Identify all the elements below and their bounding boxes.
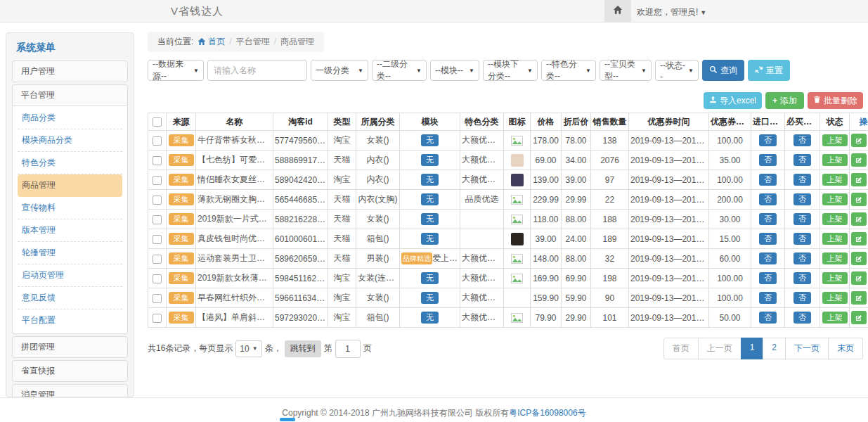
status-badge[interactable]: 上架 xyxy=(822,213,848,225)
must-buy-badge[interactable]: 否 xyxy=(793,312,811,324)
must-buy-badge[interactable]: 否 xyxy=(793,174,811,186)
icp-link[interactable]: 粤ICP备16098006号 xyxy=(509,408,585,418)
sidebar-group-0[interactable]: 用户管理 xyxy=(12,60,128,82)
module-select[interactable]: --模块--▼ xyxy=(430,60,479,81)
import-select-badge[interactable]: 否 xyxy=(759,252,777,264)
import-select-badge[interactable]: 否 xyxy=(759,233,777,245)
import-select-badge[interactable]: 否 xyxy=(759,193,777,205)
must-buy-badge[interactable]: 否 xyxy=(793,213,811,225)
status-badge[interactable]: 上架 xyxy=(822,233,848,245)
pager-button-5[interactable]: 末页 xyxy=(828,338,863,359)
sidebar-subitem-3[interactable]: 商品管理 xyxy=(18,174,122,197)
must-buy-badge[interactable]: 否 xyxy=(793,154,811,166)
status-badge[interactable]: 上架 xyxy=(822,292,848,304)
import-select-badge[interactable]: 否 xyxy=(759,134,777,146)
status-badge[interactable]: 上架 xyxy=(822,272,848,284)
page-number-input[interactable] xyxy=(335,340,361,358)
status-badge[interactable]: 上架 xyxy=(822,174,848,186)
pager-button-3[interactable]: 2 xyxy=(763,338,786,359)
sidebar-subitem-7[interactable]: 启动页管理 xyxy=(18,264,122,287)
pager-button-1[interactable]: 上一页 xyxy=(698,338,741,359)
status-badge[interactable]: 上架 xyxy=(822,154,848,166)
icon-cell xyxy=(504,131,531,151)
add-button[interactable]: + 添加 xyxy=(765,92,804,109)
import-select-badge[interactable]: 否 xyxy=(759,292,777,304)
sidebar-subitem-8[interactable]: 意见反馈 xyxy=(18,287,122,309)
edit-button[interactable] xyxy=(851,271,867,285)
must-buy-badge[interactable]: 否 xyxy=(793,233,811,245)
status-badge[interactable]: 上架 xyxy=(822,134,848,146)
sidebar-group-4[interactable]: 消息管理 xyxy=(12,384,128,397)
import-select-badge[interactable]: 否 xyxy=(759,272,777,284)
row-checkbox[interactable] xyxy=(153,196,162,205)
query-button[interactable]: 查询 xyxy=(702,60,744,81)
edit-button[interactable] xyxy=(851,212,867,226)
module-subcategory-select[interactable]: --模块下分类--▼ xyxy=(483,60,538,81)
sidebar-subitem-9[interactable]: 平台配置 xyxy=(18,309,122,331)
status-badge[interactable]: 上架 xyxy=(822,312,848,324)
category-cell: 内衣() xyxy=(356,170,400,190)
edit-button[interactable] xyxy=(851,193,867,206)
page-size-select[interactable]: 10▼ xyxy=(235,340,261,357)
status-badge[interactable]: 上架 xyxy=(822,193,848,205)
user-menu[interactable]: 欢迎您，管理员!▼ xyxy=(637,6,706,18)
jump-to-button[interactable]: 跳转到 xyxy=(285,340,321,357)
sidebar-subitem-0[interactable]: 商品分类 xyxy=(18,107,122,129)
data-source-select[interactable]: --数据来源--▼ xyxy=(148,60,204,81)
row-checkbox[interactable] xyxy=(153,294,162,303)
feature-category-select[interactable]: --特色分类--▼ xyxy=(541,60,596,81)
row-select-cell xyxy=(148,288,167,308)
sidebar-group-2[interactable]: 拼团管理 xyxy=(12,336,128,358)
sales-cell: 2076 xyxy=(591,151,629,170)
sidebar-subitem-4[interactable]: 宣传物料 xyxy=(18,197,122,219)
row-checkbox[interactable] xyxy=(153,136,162,146)
row-checkbox[interactable] xyxy=(153,255,162,264)
row-checkbox[interactable] xyxy=(153,314,162,323)
sidebar-group-1[interactable]: 平台管理 xyxy=(12,84,128,106)
status-badge[interactable]: 上架 xyxy=(822,252,848,264)
item-type-select[interactable]: --宝贝类型--▼ xyxy=(600,60,652,81)
status-select[interactable]: --状态--▼ xyxy=(655,60,699,81)
name-search-input[interactable] xyxy=(207,60,307,81)
row-checkbox[interactable] xyxy=(153,274,162,283)
breadcrumb-home-link[interactable]: 首页 xyxy=(208,37,225,46)
import-select-cell: 否 xyxy=(751,210,785,229)
row-checkbox[interactable] xyxy=(153,176,162,185)
import-select-badge[interactable]: 否 xyxy=(759,174,777,186)
sidebar-subitem-6[interactable]: 轮播管理 xyxy=(18,242,122,264)
level2-category-select[interactable]: --二级分类--▼ xyxy=(372,60,427,81)
must-buy-badge[interactable]: 否 xyxy=(793,272,811,284)
edit-button[interactable] xyxy=(851,252,867,265)
batch-delete-button[interactable]: 批量删除 xyxy=(808,92,863,109)
edit-button[interactable] xyxy=(851,311,867,324)
sidebar-subitem-2[interactable]: 特色分类 xyxy=(18,152,122,174)
must-buy-badge[interactable]: 否 xyxy=(793,252,811,264)
import-select-badge[interactable]: 否 xyxy=(759,312,777,324)
select-all-checkbox[interactable] xyxy=(153,117,162,127)
sidebar-group-3[interactable]: 省直快报 xyxy=(12,360,128,382)
row-checkbox[interactable] xyxy=(153,156,162,165)
actions-cell xyxy=(850,210,868,229)
pager-button-4[interactable]: 下一页 xyxy=(785,338,829,359)
import-excel-button[interactable]: 导入excel xyxy=(704,92,762,109)
import-select-badge[interactable]: 否 xyxy=(759,213,777,225)
home-button[interactable] xyxy=(604,0,631,22)
horizontal-scrollbar-thumb[interactable] xyxy=(280,418,295,421)
pager-button-0[interactable]: 首页 xyxy=(663,338,699,359)
edit-button[interactable] xyxy=(851,134,867,147)
sidebar-subitem-5[interactable]: 版本管理 xyxy=(18,219,122,242)
reset-button[interactable]: 重置 xyxy=(748,60,790,81)
import-select-badge[interactable]: 否 xyxy=(759,154,777,166)
row-checkbox[interactable] xyxy=(153,215,162,224)
sidebar-subitem-1[interactable]: 模块商品分类 xyxy=(18,129,122,152)
edit-button[interactable] xyxy=(851,232,867,245)
must-buy-badge[interactable]: 否 xyxy=(793,292,811,304)
must-buy-badge[interactable]: 否 xyxy=(793,193,811,205)
edit-button[interactable] xyxy=(851,173,867,186)
edit-button[interactable] xyxy=(851,153,867,167)
level1-category-select[interactable]: 一级分类▼ xyxy=(311,60,368,81)
pager-button-2[interactable]: 1 xyxy=(741,338,764,359)
edit-button[interactable] xyxy=(851,291,867,305)
must-buy-badge[interactable]: 否 xyxy=(793,134,811,146)
row-checkbox[interactable] xyxy=(153,235,162,244)
